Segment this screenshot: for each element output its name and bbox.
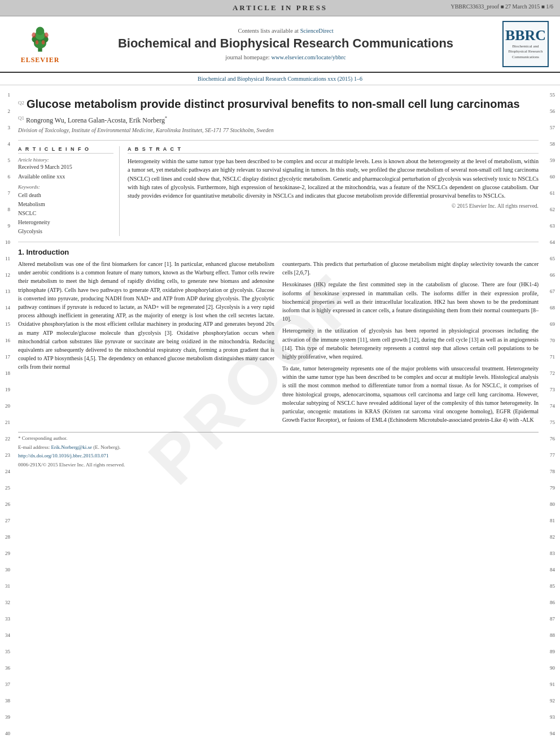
line-number: 1 xyxy=(0,91,10,99)
line-number-right: 58 xyxy=(550,140,560,148)
line-number-right: 93 xyxy=(550,713,560,722)
intro-para1: Altered metabolism was one of the first … xyxy=(18,260,274,371)
abstract-text: Heterogeneity within the same tumor type… xyxy=(128,157,539,200)
svg-point-9 xyxy=(42,40,45,44)
line-number-right xyxy=(550,263,560,272)
journal-homepage-link[interactable]: www.elsevier.com/locate/ybbrc xyxy=(271,54,345,60)
intro-number: 1. xyxy=(18,248,24,256)
affiliation: Division of Toxicology, Institute of Env… xyxy=(18,127,539,133)
line-number-right xyxy=(550,591,560,599)
line-number: 16 xyxy=(0,337,10,345)
line-number-right xyxy=(550,148,560,157)
line-number-right: 56 xyxy=(550,107,560,116)
line-number xyxy=(0,181,10,190)
line-number-right xyxy=(550,247,560,255)
line-number xyxy=(0,247,10,255)
line-number-right: 89 xyxy=(550,648,560,656)
intro-title: Introduction xyxy=(26,248,69,256)
line-number: 31 xyxy=(0,582,10,591)
keywords-section: Keywords: Cell deathMetabolismNSCLCHeter… xyxy=(18,184,113,236)
abstract-col: A B S T R A C T Heterogeneity within the… xyxy=(128,146,539,236)
line-number-right xyxy=(550,165,560,173)
line-number xyxy=(0,198,10,206)
article-info-col: A R T I C L E I N F O Article history: R… xyxy=(18,146,120,236)
line-number: 23 xyxy=(0,451,10,460)
line-number: 27 xyxy=(0,517,10,525)
line-number xyxy=(0,738,10,746)
line-number: 39 xyxy=(0,713,10,722)
line-number-right xyxy=(550,345,560,353)
line-number-right xyxy=(550,541,560,550)
main-content: 1234567891011121314151617181920212223242… xyxy=(0,85,560,747)
line-number-right xyxy=(550,116,560,124)
line-number-right xyxy=(550,361,560,370)
corresponding-note: * Corresponding author. xyxy=(18,435,539,443)
line-number-right: 91 xyxy=(550,680,560,689)
line-number: 34 xyxy=(0,631,10,640)
line-number: 37 xyxy=(0,680,10,689)
line-number xyxy=(0,558,10,566)
line-number-right: 88 xyxy=(550,631,560,640)
line-number-right xyxy=(550,525,560,534)
svg-point-5 xyxy=(36,27,45,36)
sciencedirect-link[interactable]: ScienceDirect xyxy=(300,28,334,34)
authors-text: Rongrong Wu, Lorena Galan-Acosta, Erik N… xyxy=(26,116,165,124)
svg-point-7 xyxy=(44,33,48,38)
intro-para3: Hexokinases (HK) regulate the first comm… xyxy=(282,280,539,323)
line-number-right xyxy=(550,230,560,239)
line-number-right xyxy=(550,492,560,501)
line-number: 5 xyxy=(0,156,10,165)
line-number: 9 xyxy=(0,222,10,230)
line-number: 33 xyxy=(0,615,10,623)
line-number-right xyxy=(550,476,560,484)
section-divider xyxy=(18,242,539,242)
line-number xyxy=(0,165,10,173)
article-title: Q2 Glucose metabolism provide distinct p… xyxy=(18,98,539,111)
intro-para2: counterparts. This predicts that perturb… xyxy=(282,260,539,277)
line-number: 3 xyxy=(0,124,10,132)
top-banner: ARTICLE IN PRESS YBBRC33633_proof ■ 27 M… xyxy=(0,0,560,16)
line-number-right xyxy=(550,443,560,452)
line-number: 15 xyxy=(0,320,10,329)
line-number xyxy=(0,476,10,484)
line-number xyxy=(0,640,10,648)
line-number-right: 83 xyxy=(550,549,560,558)
available-value: Available online xxx xyxy=(18,173,113,180)
journal-center: Contents lists available at ScienceDirec… xyxy=(71,28,500,60)
bbrc-logo-area: BBRC Biochemical and Biophysical Researc… xyxy=(500,21,551,67)
keyword-item: Metabolism xyxy=(18,200,113,209)
line-number: 29 xyxy=(0,549,10,558)
line-number-right: 90 xyxy=(550,664,560,672)
line-number: 40 xyxy=(0,729,10,738)
doi-link[interactable]: http://dx.doi.org/10.1016/j.bbrc.2015.03… xyxy=(18,453,109,458)
line-number-right: 61 xyxy=(550,189,560,198)
line-number-right xyxy=(550,132,560,141)
line-number-right: 66 xyxy=(550,271,560,279)
line-number: 30 xyxy=(0,566,10,574)
line-number: 25 xyxy=(0,484,10,492)
elsevier-logo: ELSEVIER xyxy=(21,24,60,64)
line-number: 19 xyxy=(0,386,10,394)
keyword-item: Glycolysis xyxy=(18,227,113,236)
line-number-right: 85 xyxy=(550,582,560,591)
banner-right-text: YBBRC33633_proof ■ 27 March 2015 ■ 1/6 xyxy=(450,3,553,10)
line-number xyxy=(0,574,10,583)
line-number-right: 65 xyxy=(550,255,560,263)
line-number-right xyxy=(550,607,560,615)
email-link[interactable]: Erik.Norberg@ki.se xyxy=(51,444,92,450)
line-number-right: 71 xyxy=(550,353,560,361)
line-number xyxy=(0,263,10,272)
line-number xyxy=(0,394,10,403)
keyword-item: Cell death xyxy=(18,191,113,200)
abstract-heading: A B S T R A C T xyxy=(128,146,539,154)
line-number-right xyxy=(550,672,560,681)
line-number xyxy=(0,361,10,370)
line-number: 35 xyxy=(0,648,10,656)
line-number xyxy=(0,116,10,124)
line-number-right: 57 xyxy=(550,124,560,132)
article-title-text: Glucose metabolism provide distinct pros… xyxy=(27,98,520,110)
elsevier-brand: ELSEVIER xyxy=(21,56,60,64)
email-line: E-mail address: Erik.Norberg@ki.se (E. N… xyxy=(18,444,539,452)
q2-marker: Q2 xyxy=(18,100,24,106)
line-number: 10 xyxy=(0,238,10,247)
